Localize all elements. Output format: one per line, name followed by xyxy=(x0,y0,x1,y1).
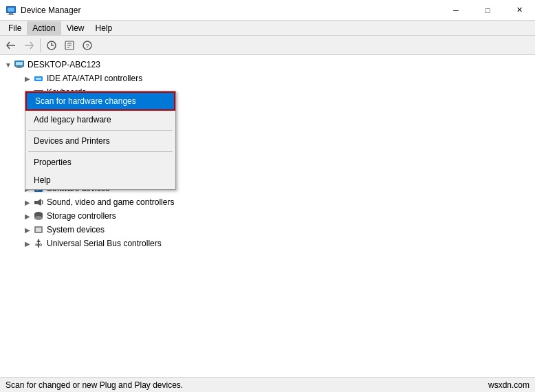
svg-rect-16 xyxy=(16,67,23,68)
list-item[interactable]: ▶ Universal Serial Bus controllers xyxy=(0,237,535,250)
svg-marker-53 xyxy=(38,199,41,206)
svg-rect-18 xyxy=(36,78,41,80)
usb-icon xyxy=(33,238,44,249)
list-item[interactable]: ▶ Sound, video and game controllers xyxy=(0,195,535,209)
computer-icon xyxy=(14,59,25,70)
svg-rect-3 xyxy=(8,14,14,15)
main-area: ▼ DESKTOP-ABC123 ▶ IDE ATA/ATAPI control… xyxy=(0,55,535,377)
toolbar-scan-button[interactable] xyxy=(43,37,60,54)
devices-printers-item[interactable]: Devices and Printers xyxy=(25,132,175,150)
add-legacy-item[interactable]: Add legacy hardware xyxy=(25,111,175,129)
svg-point-62 xyxy=(40,244,42,246)
status-text: Scan for changed or new Plug and Play de… xyxy=(6,380,183,390)
window-title: Device Manager xyxy=(21,6,80,15)
action-dropdown-menu: Scan for hardware changes Add legacy har… xyxy=(25,91,176,190)
svg-marker-60 xyxy=(36,239,41,242)
usb-label: Universal Serial Bus controllers xyxy=(47,239,162,248)
svg-point-56 xyxy=(34,216,43,220)
storage-label: Storage controllers xyxy=(47,211,116,221)
svg-text:?: ? xyxy=(85,43,89,50)
svg-rect-15 xyxy=(17,67,21,67)
ide-label: IDE ATA/ATAPI controllers xyxy=(47,74,142,83)
tree-root[interactable]: ▼ DESKTOP-ABC123 xyxy=(0,58,535,72)
svg-rect-2 xyxy=(9,13,13,14)
menu-file[interactable]: File xyxy=(3,21,27,35)
svg-rect-1 xyxy=(8,8,14,12)
menu-bar: File Action View Help xyxy=(0,21,535,36)
app-icon xyxy=(6,5,17,16)
toolbar-back-button[interactable] xyxy=(3,37,19,54)
sound-icon xyxy=(33,197,44,208)
toolbar-help-button[interactable]: ? xyxy=(79,37,96,54)
toolbar-properties-button[interactable] xyxy=(61,37,78,54)
expand-storage[interactable]: ▶ xyxy=(22,210,33,221)
expand-sound[interactable]: ▶ xyxy=(22,197,33,208)
properties-item[interactable]: Properties xyxy=(25,153,175,171)
list-item[interactable]: ▶ IDE ATA/ATAPI controllers xyxy=(0,72,535,85)
maximize-button[interactable]: □ xyxy=(472,0,503,21)
title-bar: Device Manager ─ □ ✕ xyxy=(0,0,535,21)
ide-icon xyxy=(33,73,44,84)
expand-ide[interactable]: ▶ xyxy=(22,73,33,84)
list-item[interactable]: ▶ Storage controllers xyxy=(0,209,535,223)
svg-rect-58 xyxy=(36,228,41,232)
help-item[interactable]: Help xyxy=(25,171,175,189)
sound-label: Sound, video and game controllers xyxy=(47,197,174,207)
system-label: System devices xyxy=(47,225,105,235)
svg-rect-52 xyxy=(34,201,38,204)
toolbar-forward-button[interactable] xyxy=(21,37,37,54)
svg-rect-14 xyxy=(16,62,23,65)
separator-2 xyxy=(28,151,173,152)
separator-1 xyxy=(28,130,173,131)
root-label: DESKTOP-ABC123 xyxy=(28,60,100,69)
svg-rect-61 xyxy=(36,244,38,246)
status-right: wsxdn.com xyxy=(488,380,529,390)
toolbar: ? xyxy=(0,36,535,55)
close-button[interactable]: ✕ xyxy=(503,0,535,21)
toolbar-separator xyxy=(40,39,41,52)
expand-root[interactable]: ▼ xyxy=(3,59,14,70)
expand-system[interactable]: ▶ xyxy=(22,224,33,235)
expand-usb[interactable]: ▶ xyxy=(22,238,33,249)
title-controls[interactable]: ─ □ ✕ xyxy=(440,0,535,21)
list-item[interactable]: ▶ System devices xyxy=(0,223,535,237)
system-icon xyxy=(33,224,44,235)
menu-help[interactable]: Help xyxy=(90,21,118,35)
minimize-button[interactable]: ─ xyxy=(440,0,472,21)
storage-icon xyxy=(33,210,44,221)
menu-view[interactable]: View xyxy=(61,21,90,35)
scan-hardware-item[interactable]: Scan for hardware changes xyxy=(25,91,175,111)
title-bar-left: Device Manager xyxy=(6,5,80,16)
status-bar: Scan for changed or new Plug and Play de… xyxy=(0,377,535,392)
menu-action[interactable]: Action xyxy=(27,21,61,35)
